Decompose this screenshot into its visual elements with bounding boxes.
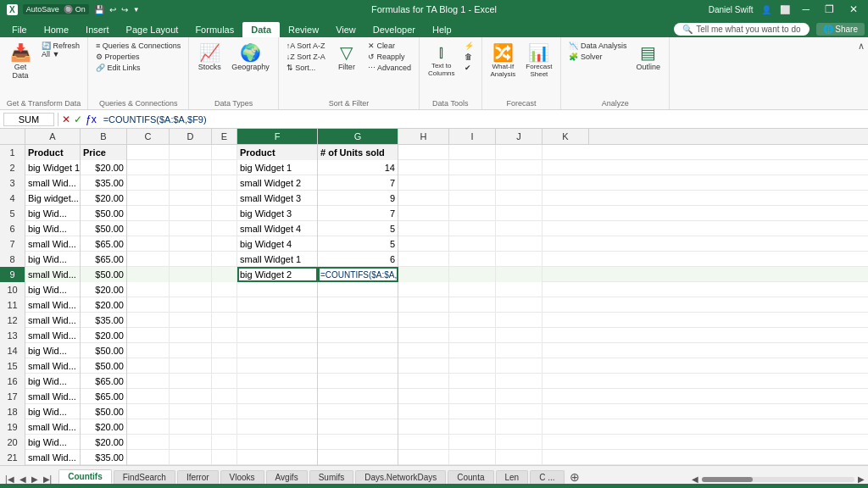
col-header-d[interactable]: D [170,129,212,144]
cell-c21[interactable] [127,450,170,465]
cell-a17[interactable]: small Wid... [25,389,81,404]
advanced-btn[interactable]: ⋯ Advanced [365,63,414,73]
row-header-3[interactable]: 3 [0,175,25,191]
row-header-10[interactable]: 10 [0,282,25,297]
cell-a5[interactable]: big Wid... [25,206,81,221]
row-header-21[interactable]: 21 [0,450,25,465]
cell-h5[interactable] [398,206,449,221]
cell-f21[interactable] [237,450,318,465]
col-header-f[interactable]: F [237,129,318,144]
cell-a9[interactable]: small Wid... [25,267,81,282]
cell-d20[interactable] [170,435,212,450]
cell-a14[interactable]: big Wid... [25,343,81,358]
cell-e14[interactable] [212,343,237,358]
queries-connections-btn[interactable]: ≡ Queries & Connections [93,41,183,51]
cell-i20[interactable] [449,435,496,450]
tab-insert[interactable]: Insert [77,22,118,37]
cell-g11[interactable] [318,297,398,313]
row-header-5[interactable]: 5 [0,206,25,221]
row-header-4[interactable]: 4 [0,191,25,206]
cell-d21[interactable] [170,450,212,465]
cell-e2[interactable] [212,160,237,175]
cell-c20[interactable] [127,435,170,450]
cell-e21[interactable] [212,450,237,465]
col-header-c[interactable]: C [127,129,170,144]
cell-a13[interactable]: small Wid... [25,328,81,343]
cell-a19[interactable]: small Wid... [25,419,81,435]
cell-i12[interactable] [449,313,496,328]
cell-h9[interactable] [398,267,449,282]
cell-j9[interactable] [496,267,542,282]
cell-g16[interactable] [318,374,398,389]
cell-i16[interactable] [449,374,496,389]
cell-g20[interactable] [318,435,398,450]
cell-j10[interactable] [496,282,542,297]
cell-a15[interactable]: small Wid... [25,358,81,374]
cell-d12[interactable] [170,313,212,328]
tab-home[interactable]: Home [36,22,77,37]
sheet-tab-vlooks[interactable]: Vlooks [220,470,264,484]
cell-d6[interactable] [170,221,212,236]
sheet-nav-next[interactable]: ▶ [30,474,40,484]
cell-h3[interactable] [398,175,449,191]
cell-j16[interactable] [496,374,542,389]
cell-c14[interactable] [127,343,170,358]
cell-d8[interactable] [170,252,212,267]
cell-h6[interactable] [398,221,449,236]
cell-i2[interactable] [449,160,496,175]
cell-d10[interactable] [170,282,212,297]
cell-d18[interactable] [170,404,212,419]
cell-e10[interactable] [212,282,237,297]
cell-f9[interactable]: big Widget 2 [237,267,318,282]
cell-b20[interactable]: $20.00 [81,435,127,450]
cell-i10[interactable] [449,282,496,297]
cell-i11[interactable] [449,297,496,313]
cell-e11[interactable] [212,297,237,313]
cell-e9[interactable] [212,267,237,282]
col-header-i[interactable]: I [449,129,496,144]
sheet-tab-findsearch[interactable]: FindSearch [114,470,175,484]
cell-i7[interactable] [449,236,496,252]
cell-i8[interactable] [449,252,496,267]
cell-j6[interactable] [496,221,542,236]
cell-c16[interactable] [127,374,170,389]
cell-e4[interactable] [212,191,237,206]
cell-d1[interactable] [170,145,212,160]
cell-b17[interactable]: $65.00 [81,389,127,404]
cell-e3[interactable] [212,175,237,191]
tab-view[interactable]: View [327,22,364,37]
cell-e15[interactable] [212,358,237,374]
cell-g13[interactable] [318,328,398,343]
row-header-2[interactable]: 2 [0,160,25,175]
cell-h18[interactable] [398,404,449,419]
cell-i5[interactable] [449,206,496,221]
cell-d16[interactable] [170,374,212,389]
tab-help[interactable]: Help [424,22,460,37]
cell-g14[interactable] [318,343,398,358]
cell-f1[interactable]: Product [237,145,318,160]
cell-j8[interactable] [496,252,542,267]
cell-j2[interactable] [496,160,542,175]
cell-h8[interactable] [398,252,449,267]
cell-e8[interactable] [212,252,237,267]
cell-j20[interactable] [496,435,542,450]
cell-j12[interactable] [496,313,542,328]
cell-c18[interactable] [127,404,170,419]
cell-b2[interactable]: $20.00 [81,160,127,175]
tab-file[interactable]: File [3,22,36,37]
cell-h4[interactable] [398,191,449,206]
filter-btn[interactable]: ▽ Filter [331,41,362,73]
cell-g18[interactable] [318,404,398,419]
stocks-btn[interactable]: 📈 Stocks [194,41,225,73]
cell-c15[interactable] [127,358,170,374]
row-header-8[interactable]: 8 [0,252,25,267]
cell-f6[interactable]: small Widget 4 [237,221,318,236]
data-validation-btn[interactable]: ✔ [462,63,476,73]
insert-function-icon[interactable]: ƒx [86,114,97,125]
cell-e18[interactable] [212,404,237,419]
cell-e17[interactable] [212,389,237,404]
cell-i18[interactable] [449,404,496,419]
cell-f20[interactable] [237,435,318,450]
row-header-12[interactable]: 12 [0,313,25,328]
cell-f7[interactable]: big Widget 4 [237,236,318,252]
